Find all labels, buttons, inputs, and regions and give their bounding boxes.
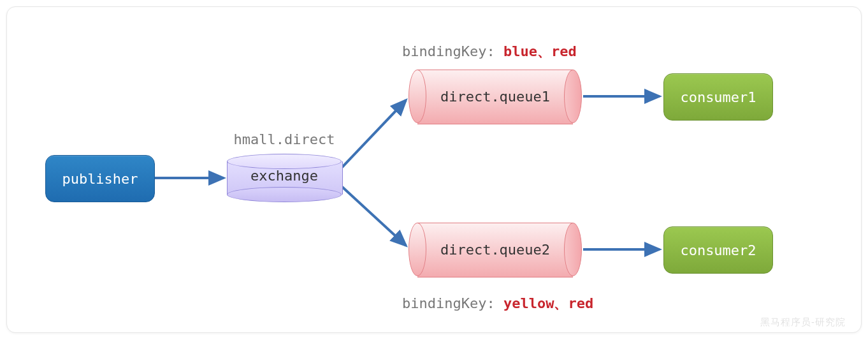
consumer1-node: consumer1 (663, 73, 773, 121)
queue1-node: direct.queue1 (409, 70, 582, 123)
exchange-label: exchange (227, 168, 342, 184)
diagram-stage: publisher hmall.direct exchange bindingK… (7, 7, 861, 332)
arrow-exchange-queue1 (342, 100, 406, 167)
consumer2-node: consumer2 (663, 226, 773, 274)
binding-key-annotation-2: bindingKey: yellow、red (402, 294, 593, 313)
queue1-label: direct.queue1 (409, 70, 582, 123)
binding-key-annotation-1: bindingKey: blue、red (402, 42, 577, 61)
publisher-node: publisher (45, 155, 155, 202)
publisher-label: publisher (62, 171, 138, 187)
binding-key-values-2: yellow、red (503, 295, 593, 311)
diagram-frame: publisher hmall.direct exchange bindingK… (6, 6, 862, 333)
binding-key-values-1: blue、red (503, 43, 577, 59)
exchange-name: hmall.direct (227, 131, 342, 147)
consumer1-label: consumer1 (680, 89, 756, 105)
watermark: 黑马程序员-研究院 (760, 316, 846, 329)
arrow-exchange-queue2 (342, 187, 406, 246)
binding-key-label-1: bindingKey: (402, 43, 503, 59)
binding-key-label-2: bindingKey: (402, 295, 503, 311)
queue2-label: direct.queue2 (409, 223, 582, 276)
exchange-cylinder-bottom (227, 187, 342, 202)
consumer2-label: consumer2 (680, 242, 756, 258)
queue2-node: direct.queue2 (409, 223, 582, 276)
exchange-cylinder-top (227, 154, 342, 169)
exchange-node: exchange (227, 154, 342, 195)
